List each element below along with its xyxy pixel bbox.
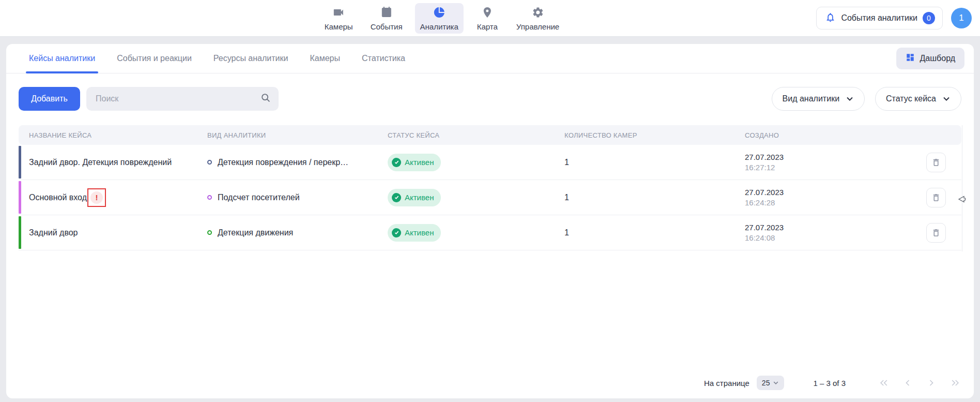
status-label: Активен (405, 228, 434, 237)
page-range: 1 – 3 of 3 (813, 379, 846, 388)
tab-analytics-cases[interactable]: Кейсы аналитики (29, 44, 95, 73)
status-label: Активен (405, 158, 434, 167)
tab-events-reactions[interactable]: События и реакции (117, 44, 192, 73)
column-header-case-status: СТАТУС КЕЙСА (388, 131, 564, 139)
chevrons-right-icon (950, 378, 960, 388)
table-row[interactable]: Основной вход ! Подсчет посетителей Акти… (19, 180, 961, 215)
nav-item-cameras[interactable]: Камеры (319, 3, 358, 34)
filters: Вид аналитики Статус кейса (772, 87, 961, 111)
per-page-label: На странице (704, 379, 749, 388)
created-date: 27.07.2023 (745, 222, 900, 233)
tab-statistics[interactable]: Статистика (362, 44, 405, 73)
camera-count: 1 (564, 228, 745, 237)
check-icon (392, 158, 401, 167)
chevron-left-icon (902, 378, 913, 388)
search-icon (260, 92, 271, 106)
table-edge-divider (962, 125, 962, 251)
warning-highlight-box: ! (87, 188, 106, 207)
analytics-type-label: Детекция повреждения / перекр… (218, 158, 348, 167)
pagination-footer: На странице 25 1 – 3 of 3 (6, 374, 974, 398)
toolbar: Добавить Вид аналитики Статус кейса (6, 73, 974, 111)
nav-label: Камеры (325, 22, 353, 31)
video-camera-icon (332, 6, 345, 21)
chevron-down-icon (846, 95, 854, 103)
events-count-badge: 0 (923, 12, 935, 24)
case-name: Задний двор. Детекция повреждений (19, 158, 207, 167)
next-page-button[interactable] (926, 378, 937, 388)
delete-case-button[interactable] (926, 188, 946, 207)
dashboard-button-label: Дашборд (920, 54, 956, 63)
table-row[interactable]: Задний двор. Детекция повреждений Детекц… (19, 145, 961, 180)
trash-icon (931, 228, 941, 237)
chevron-down-icon (942, 95, 951, 103)
status-badge: Активен (388, 224, 441, 242)
search-box (86, 87, 279, 111)
status-badge: Активен (388, 189, 441, 206)
search-input[interactable] (96, 94, 260, 103)
created-time: 16:24:28 (745, 198, 900, 208)
table-row[interactable]: Задний двор Детекция движения Активен 1 … (19, 215, 961, 250)
events-button-label: События аналитики (841, 13, 917, 23)
nav-item-analytics[interactable]: Аналитика (415, 3, 464, 34)
nav-label: События (371, 22, 403, 31)
column-header-created: СОЗДАНО (745, 131, 900, 139)
analytics-type: Подсчет посетителей (207, 193, 388, 202)
tab-analytics-resources[interactable]: Ресурсы аналитики (213, 44, 288, 73)
table-header-row: НАЗВАНИЕ КЕЙСА ВИД АНАЛИТИКИ СТАТУС КЕЙС… (19, 125, 961, 145)
trash-icon (931, 193, 941, 202)
per-page-select[interactable]: 25 (757, 376, 785, 390)
tabs-row: Кейсы аналитики События и реакции Ресурс… (6, 44, 974, 73)
mouse-cursor (957, 195, 967, 206)
row-accent-bar (19, 181, 21, 214)
row-accent-bar (19, 216, 21, 249)
warning-icon: ! (90, 191, 103, 204)
nav-label: Карта (477, 22, 498, 31)
nav-item-events[interactable]: События (365, 3, 408, 34)
check-icon (392, 193, 401, 202)
created-cell: 27.07.2023 16:24:28 (745, 187, 900, 208)
dashboard-button[interactable]: Дашборд (896, 48, 965, 69)
created-time: 16:27:12 (745, 162, 900, 173)
first-page-button[interactable] (879, 378, 889, 388)
column-header-case-name: НАЗВАНИЕ КЕЙСА (19, 131, 207, 139)
analytics-type-label: Детекция движения (218, 228, 293, 237)
analytics-events-button[interactable]: События аналитики 0 (816, 7, 943, 29)
analytics-type: Детекция движения (207, 228, 388, 237)
column-header-camera-count: КОЛИЧЕСТВО КАМЕР (564, 131, 745, 139)
add-case-button[interactable]: Добавить (19, 87, 80, 111)
trash-icon (931, 158, 941, 167)
main-navigation: Камеры События Аналитика Карта Управлени… (319, 0, 564, 36)
analytics-type-filter-label: Вид аналитики (783, 94, 840, 103)
created-time: 16:24:08 (745, 233, 900, 243)
previous-page-button[interactable] (902, 378, 913, 388)
cases-table: НАЗВАНИЕ КЕЙСА ВИД АНАЛИТИКИ СТАТУС КЕЙС… (19, 125, 961, 374)
check-icon (392, 228, 401, 237)
tab-cameras[interactable]: Камеры (310, 44, 340, 73)
camera-count: 1 (564, 158, 745, 167)
case-status-filter[interactable]: Статус кейса (875, 87, 961, 111)
analytics-type-filter[interactable]: Вид аналитики (772, 87, 865, 111)
camera-count: 1 (564, 193, 745, 202)
case-name: Задний двор (19, 228, 207, 237)
per-page-value: 25 (762, 379, 770, 387)
dashboard-grid-icon (906, 53, 915, 64)
status-label: Активен (405, 193, 434, 202)
nav-item-management[interactable]: Управление (511, 3, 564, 34)
analytics-type: Детекция повреждения / перекр… (207, 158, 388, 167)
user-avatar[interactable]: 1 (951, 8, 972, 28)
nav-label: Аналитика (420, 22, 458, 31)
last-page-button[interactable] (950, 378, 960, 388)
row-accent-bar (19, 146, 21, 178)
delete-case-button[interactable] (926, 153, 946, 172)
analytics-panel: Кейсы аналитики События и реакции Ресурс… (6, 44, 974, 398)
analytics-type-dot (207, 230, 212, 235)
pager (879, 378, 960, 388)
delete-case-button[interactable] (926, 223, 946, 243)
top-bar: Камеры События Аналитика Карта Управлени… (0, 0, 980, 36)
created-cell: 27.07.2023 16:24:08 (745, 222, 900, 243)
status-badge: Активен (388, 154, 441, 171)
nav-item-map[interactable]: Карта (471, 3, 504, 34)
map-pin-icon (481, 6, 494, 21)
created-date: 27.07.2023 (745, 152, 900, 162)
analytics-type-label: Подсчет посетителей (218, 193, 300, 202)
